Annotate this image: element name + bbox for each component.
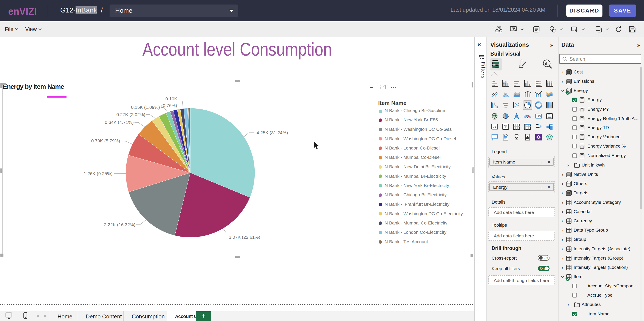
svg-text:0.64K (4.71%): 0.64K (4.71%): [105, 120, 134, 125]
svg-text:123: 123: [536, 115, 541, 118]
svg-text:3.07K (22.61%): 3.07K (22.61%): [229, 235, 260, 240]
svg-text:0.79K (5.79%): 0.79K (5.79%): [91, 138, 120, 143]
svg-text:0.15K (1.09%): 0.15K (1.09%): [131, 105, 160, 110]
svg-text:0.10K: 0.10K: [166, 96, 177, 101]
svg-text:0.27K (2.02%): 0.27K (2.02%): [116, 112, 145, 117]
svg-text:1.26K (9.25%): 1.26K (9.25%): [84, 171, 112, 176]
svg-text:4.25K (31.24%): 4.25K (31.24%): [256, 130, 288, 135]
svg-text:(0.76%): (0.76%): [161, 103, 177, 108]
svg-text:2.22K (16.32%): 2.22K (16.32%): [104, 222, 136, 227]
